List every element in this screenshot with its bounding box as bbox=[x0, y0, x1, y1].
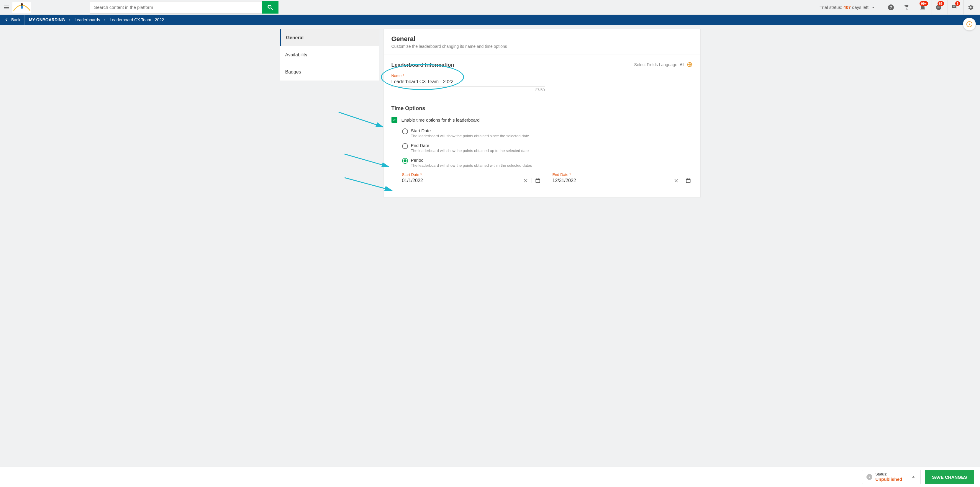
trial-suffix: days left bbox=[852, 5, 869, 10]
enable-time-options[interactable]: Enable time options for this leaderboard bbox=[391, 117, 693, 123]
back-label: Back bbox=[11, 18, 21, 22]
back-button[interactable]: Back bbox=[3, 15, 25, 25]
annotation-arrow bbox=[343, 176, 396, 194]
language-picker[interactable]: Select Fields Language All bbox=[634, 62, 693, 68]
radio-end-date[interactable]: End Date The leaderboard will show the p… bbox=[402, 143, 693, 153]
trial-prefix: Trial status: bbox=[819, 5, 842, 10]
radio-label: End Date bbox=[411, 143, 529, 148]
name-input[interactable] bbox=[391, 78, 545, 86]
search-button[interactable] bbox=[262, 1, 278, 14]
side-tabs: General Availability Badges bbox=[280, 29, 379, 81]
crumb-app[interactable]: MY ONBOARDING bbox=[29, 18, 65, 22]
notifications-icon[interactable]: 99+ bbox=[916, 0, 929, 14]
trial-days: 407 bbox=[843, 5, 851, 10]
svg-rect-23 bbox=[689, 178, 689, 179]
svg-rect-1 bbox=[4, 7, 9, 8]
svg-point-9 bbox=[937, 6, 938, 7]
radio-icon bbox=[402, 158, 408, 164]
lang-value: All bbox=[680, 62, 684, 67]
svg-rect-19 bbox=[538, 178, 539, 179]
trial-status[interactable]: Trial status: 407 days left bbox=[814, 0, 881, 14]
annotation-arrow bbox=[343, 153, 393, 170]
checkbox-icon[interactable] bbox=[391, 117, 398, 123]
radio-icon bbox=[402, 143, 408, 149]
svg-rect-22 bbox=[687, 178, 687, 179]
calendar-icon[interactable] bbox=[685, 178, 691, 184]
chat-badge: 66 bbox=[937, 1, 944, 6]
clear-icon[interactable] bbox=[523, 178, 529, 184]
svg-point-4 bbox=[21, 3, 23, 6]
notifications-badge: 99+ bbox=[920, 1, 928, 6]
svg-rect-12 bbox=[953, 6, 956, 6]
start-date-field: Start Date * bbox=[402, 172, 541, 185]
radio-desc: The leaderboard will show the points obt… bbox=[411, 134, 529, 138]
search bbox=[90, 1, 278, 14]
field-label: Start Date * bbox=[402, 172, 541, 177]
start-date-input[interactable] bbox=[402, 177, 523, 184]
svg-rect-0 bbox=[4, 6, 9, 6]
activity-badge: 6 bbox=[955, 1, 960, 6]
calendar-icon[interactable] bbox=[535, 178, 541, 184]
main-menu-icon[interactable] bbox=[3, 4, 10, 11]
end-date-field: End Date * bbox=[552, 172, 691, 185]
settings-icon[interactable] bbox=[964, 0, 977, 14]
svg-point-10 bbox=[938, 6, 939, 7]
general-panel: General Customize the leaderboard changi… bbox=[383, 29, 701, 198]
radio-desc: The leaderboard will show the points obt… bbox=[411, 148, 529, 153]
tab-general[interactable]: General bbox=[280, 29, 379, 46]
svg-rect-5 bbox=[21, 6, 23, 8]
svg-line-24 bbox=[339, 112, 383, 127]
separator bbox=[682, 178, 682, 183]
breadcrumb-bar: Back MY ONBOARDING › Leaderboards › Lead… bbox=[0, 15, 980, 25]
svg-rect-13 bbox=[953, 6, 955, 7]
search-input[interactable] bbox=[90, 1, 262, 14]
radio-period[interactable]: Period The leaderboard will show the poi… bbox=[402, 158, 693, 168]
svg-line-26 bbox=[345, 178, 392, 190]
tab-badges[interactable]: Badges bbox=[280, 64, 379, 81]
crumb-page: Leaderboard CX Team - 2022 bbox=[110, 18, 164, 22]
svg-point-11 bbox=[939, 6, 940, 7]
clear-icon[interactable] bbox=[673, 178, 679, 184]
svg-line-25 bbox=[345, 154, 389, 167]
date-range: Start Date * End Date * bbox=[402, 172, 693, 185]
trophy-icon[interactable] bbox=[900, 0, 913, 14]
svg-rect-2 bbox=[4, 8, 9, 9]
separator bbox=[531, 178, 532, 183]
chat-icon[interactable]: 66 bbox=[932, 0, 945, 14]
svg-rect-18 bbox=[536, 178, 537, 179]
tab-availability[interactable]: Availability bbox=[280, 46, 379, 64]
activity-icon[interactable]: 6 bbox=[948, 0, 961, 14]
time-options-header: Time Options bbox=[391, 105, 693, 112]
radio-desc: The leaderboard will show the points obt… bbox=[411, 163, 532, 168]
breadcrumb: MY ONBOARDING › Leaderboards › Leaderboa… bbox=[29, 18, 164, 22]
panel-title: General bbox=[391, 35, 693, 43]
lang-label: Select Fields Language bbox=[634, 62, 677, 67]
panel-subtitle: Customize the leaderboard changing its n… bbox=[391, 44, 693, 49]
main: General Availability Badges General Cust… bbox=[0, 25, 980, 221]
svg-rect-21 bbox=[686, 179, 690, 180]
logo[interactable] bbox=[13, 2, 31, 13]
svg-text:?: ? bbox=[889, 5, 892, 10]
time-mode-radios: Start Date The leaderboard will show the… bbox=[402, 128, 693, 168]
globe-icon bbox=[687, 62, 693, 68]
help-icon[interactable]: ? bbox=[884, 0, 897, 14]
chevron-right-icon: › bbox=[104, 18, 106, 22]
crumb-section[interactable]: Leaderboards bbox=[75, 18, 100, 22]
name-label: Name * bbox=[391, 73, 693, 78]
name-counter: 27/50 bbox=[391, 88, 545, 92]
help-video-button[interactable] bbox=[963, 18, 976, 31]
annotation-arrow bbox=[337, 111, 387, 131]
end-date-input[interactable] bbox=[552, 177, 673, 184]
radio-label: Period bbox=[411, 158, 532, 163]
radio-icon bbox=[402, 128, 408, 134]
svg-rect-17 bbox=[536, 179, 539, 180]
enable-label: Enable time options for this leaderboard bbox=[401, 118, 480, 123]
topbar: Trial status: 407 days left ? 99+ 66 6 bbox=[0, 0, 980, 15]
radio-start-date[interactable]: Start Date The leaderboard will show the… bbox=[402, 128, 693, 138]
radio-label: Start Date bbox=[411, 128, 529, 133]
chevron-right-icon: › bbox=[69, 18, 70, 22]
field-label: End Date * bbox=[552, 172, 691, 177]
